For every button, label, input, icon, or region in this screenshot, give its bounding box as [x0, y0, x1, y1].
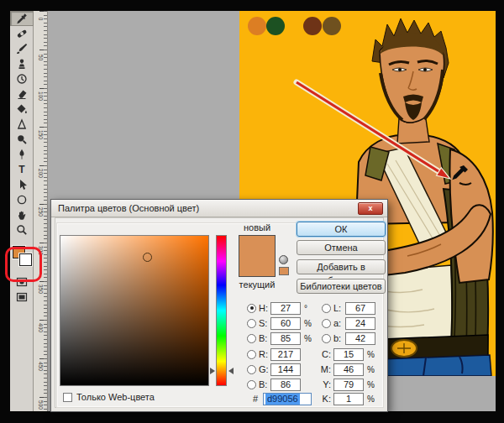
tool-palette: T [10, 11, 34, 411]
input-h[interactable] [270, 302, 301, 315]
color-dot-brown [323, 17, 341, 35]
path-selection-tool[interactable] [10, 177, 34, 192]
quick-mask-icon [16, 276, 28, 288]
hue-slider-marker-left[interactable] [210, 368, 215, 374]
radio-s[interactable] [247, 319, 256, 328]
dialog-title: Палитра цветов (Основной цвет) [58, 203, 199, 213]
background-color-swatch[interactable] [19, 253, 32, 266]
new-color-swatch [239, 236, 275, 256]
ruler-label: 500 [38, 400, 44, 411]
new-color-label: новый [235, 222, 279, 232]
gamut-swatch[interactable] [279, 267, 289, 275]
ruler-label: 0 [38, 13, 44, 25]
label-k: K: [312, 394, 333, 404]
gamut-warning-icon[interactable] [279, 255, 288, 264]
ruler-label: 400 [38, 322, 44, 334]
close-button[interactable]: x [358, 202, 383, 215]
color-libraries-button[interactable]: Библиотеки цветов [297, 279, 386, 294]
saturation-brightness-field[interactable] [60, 235, 209, 386]
hex-value-selected: d99056 [265, 394, 300, 405]
label-y: Y: [312, 379, 333, 389]
radio-b[interactable] [247, 334, 256, 343]
ruler-label: 100 [38, 91, 44, 102]
eraser-tool[interactable] [10, 86, 34, 102]
ellipse-tool[interactable] [10, 192, 34, 207]
input-l[interactable] [345, 302, 375, 315]
color-dot-maroon [303, 17, 322, 35]
unit-k: % [367, 394, 375, 404]
paint-bucket-tool[interactable] [10, 102, 34, 117]
ruler-label: 150 [38, 129, 44, 141]
input-b2[interactable] [270, 379, 301, 391]
label-m: M: [312, 364, 333, 374]
unit-m: % [367, 365, 375, 374]
input-b3[interactable] [345, 332, 375, 345]
hex-input[interactable]: d99056 [263, 393, 312, 405]
radio-b3[interactable] [322, 334, 331, 343]
unit-b: % [304, 334, 312, 343]
cancel-button[interactable]: Отмена [297, 240, 386, 255]
color-swatches[interactable] [10, 244, 34, 274]
quick-mask-tool[interactable] [10, 274, 34, 290]
screen-mode-tool[interactable] [10, 290, 34, 305]
web-colors-option[interactable]: Только Web-цвета [63, 392, 155, 402]
unit-c: % [367, 350, 375, 359]
new-current-swatch [239, 235, 276, 277]
radio-h[interactable] [247, 304, 256, 313]
screen-mode-icon [16, 291, 28, 303]
eyedropper-tool[interactable] [10, 11, 34, 26]
label-r: R: [259, 349, 270, 359]
pen-tool[interactable] [10, 147, 34, 162]
current-color-swatch [239, 256, 275, 276]
hex-prefix-label: # [253, 394, 263, 404]
hue-slider-marker-right[interactable] [228, 368, 234, 374]
ruler-label: 350 [38, 284, 44, 295]
label-a: a: [333, 318, 345, 328]
input-a[interactable] [345, 317, 375, 330]
radio-r[interactable] [247, 350, 256, 359]
ok-button[interactable]: ОК [297, 222, 386, 237]
history-brush-tool[interactable] [10, 71, 34, 86]
label-g: G: [259, 364, 270, 374]
hand-tool[interactable] [10, 207, 34, 222]
label-h: H: [259, 303, 270, 313]
ruler-label: 450 [38, 361, 44, 373]
radio-b2[interactable] [247, 380, 256, 389]
input-y[interactable] [333, 379, 364, 391]
radio-g[interactable] [247, 365, 256, 374]
hue-slider[interactable] [216, 235, 227, 386]
color-dot-green [266, 17, 285, 35]
radio-a[interactable] [322, 319, 331, 328]
label-b2: B: [259, 379, 270, 389]
zoom-tool[interactable] [10, 222, 34, 238]
unit-h: ° [304, 304, 307, 313]
label-l: L: [333, 303, 345, 313]
brush-tool[interactable] [10, 41, 34, 56]
input-m[interactable] [333, 363, 364, 376]
input-r[interactable] [270, 348, 301, 361]
ruler-label: 50 [38, 52, 44, 64]
radio-l[interactable] [322, 304, 331, 313]
color-field-marker[interactable] [143, 253, 152, 262]
dodge-tool[interactable] [10, 132, 34, 147]
unit-y: % [367, 380, 375, 389]
web-colors-label: Только Web-цвета [76, 392, 155, 402]
web-colors-checkbox[interactable] [63, 393, 72, 402]
vertical-ruler: 050100150200250300350400450500 [34, 11, 48, 411]
healing-brush-tool[interactable] [10, 26, 34, 41]
ruler-label: 200 [38, 168, 44, 180]
type-tool[interactable]: T [10, 162, 34, 177]
input-g[interactable] [270, 363, 301, 376]
sharpen-tool[interactable] [10, 117, 34, 132]
add-to-swatches-button[interactable]: Добавить в образцы [297, 259, 386, 274]
label-b: B: [259, 333, 270, 343]
input-c[interactable] [333, 348, 364, 361]
dialog-title-bar[interactable]: Палитра цветов (Основной цвет) x [51, 200, 387, 217]
input-b[interactable] [270, 332, 301, 345]
clone-stamp-tool[interactable] [10, 56, 34, 71]
input-s[interactable] [270, 317, 301, 330]
current-color-label: текущий [235, 279, 279, 290]
label-s: S: [259, 318, 270, 328]
input-k[interactable] [333, 393, 364, 405]
color-picker-dialog: Палитра цветов (Основной цвет) x новый т… [50, 199, 388, 412]
